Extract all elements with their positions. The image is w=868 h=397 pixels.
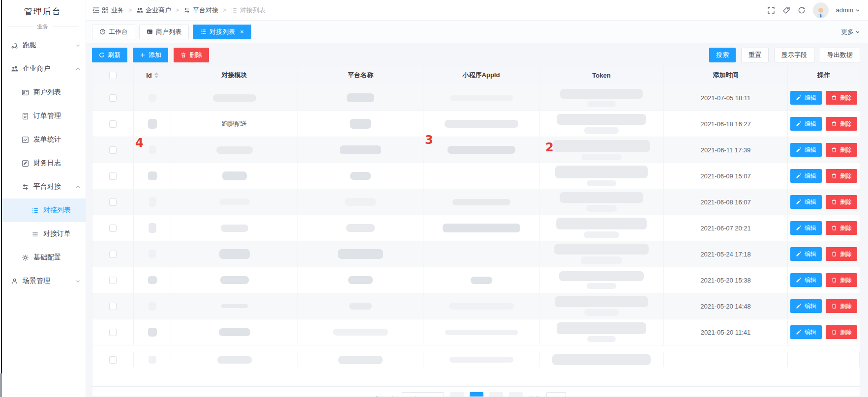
search-button[interactable]: 搜索: [709, 48, 736, 62]
sidebar-item-dispatch-stats[interactable]: 发单统计: [0, 128, 86, 151]
redacted-value: [445, 330, 518, 335]
trash-icon: [831, 199, 837, 205]
sidebar-item-merchant-list[interactable]: 商户列表: [0, 81, 86, 104]
delete-button[interactable]: 删除: [826, 325, 857, 339]
breadcrumb-item-enterprise-merchant[interactable]: 企业商户: [136, 6, 171, 15]
delete-button[interactable]: 删除: [826, 143, 857, 157]
edit-button[interactable]: 编辑: [790, 143, 822, 157]
breadcrumb-item-platform-docking[interactable]: 平台对接: [183, 6, 218, 15]
theme-tag-icon[interactable]: [782, 6, 790, 14]
edit-button[interactable]: 编辑: [790, 325, 822, 339]
redacted-value: [220, 276, 249, 284]
row-checkbox[interactable]: [109, 251, 117, 258]
next-page-button[interactable]: >: [509, 392, 523, 397]
sidebar-item-finance-log[interactable]: 财务日志: [0, 151, 86, 175]
edit-button[interactable]: 编辑: [790, 273, 822, 287]
sidebar-item-paotui[interactable]: 跑腿: [0, 33, 86, 57]
chevron-down-icon: [855, 29, 860, 34]
trash-icon: [831, 303, 837, 309]
trash-icon: [831, 225, 837, 231]
sidebar-item-docking-list[interactable]: 对接列表: [0, 198, 86, 222]
sidebar-item-enterprise-merchant[interactable]: 企业商户: [0, 57, 86, 81]
order-doc-icon: [22, 113, 29, 120]
refresh-button[interactable]: 刷新: [92, 48, 127, 62]
delete-button[interactable]: 删除: [174, 48, 209, 62]
row-checkbox[interactable]: [109, 277, 117, 284]
row-checkbox[interactable]: [109, 198, 117, 206]
edit-button[interactable]: 编辑: [790, 91, 822, 105]
sidebar-item-basic-config[interactable]: 基础配置: [0, 246, 86, 269]
row-checkbox[interactable]: [109, 356, 117, 364]
add-button[interactable]: 添加: [133, 48, 168, 62]
column-header-id[interactable]: Id: [134, 65, 171, 85]
table-toolbar: 刷新 添加 删除 搜索 重置 显示字段 导出数据: [92, 48, 860, 62]
delete-button[interactable]: 删除: [826, 91, 857, 105]
trash-icon: [831, 95, 837, 101]
edit-button[interactable]: 编辑: [790, 247, 822, 261]
chevron-down-icon: [75, 43, 81, 48]
chevron-up-icon: [75, 184, 81, 190]
redacted-value: [552, 354, 651, 365]
row-checkbox[interactable]: [109, 172, 117, 180]
delete-button[interactable]: 删除: [826, 221, 857, 235]
row-checkbox[interactable]: [109, 146, 117, 154]
more-dropdown[interactable]: 更多: [841, 28, 860, 36]
redacted-value: [557, 322, 646, 334]
row-checkbox[interactable]: [109, 94, 117, 102]
edit-button[interactable]: 编辑: [790, 117, 822, 131]
row-checkbox[interactable]: [109, 120, 117, 128]
tab-merchant-list[interactable]: 商户列表: [139, 25, 189, 39]
breadcrumb-item-business[interactable]: 业务: [102, 6, 124, 15]
table-row-partial: [92, 345, 860, 386]
delete-button[interactable]: 删除: [826, 117, 857, 131]
pencil-icon: [796, 225, 802, 231]
page-button-2[interactable]: 2: [489, 392, 503, 397]
sidebar-item-order-management[interactable]: 订单管理: [0, 104, 86, 128]
redacted-value: [556, 218, 647, 229]
edit-button[interactable]: 编辑: [790, 221, 822, 235]
tab-close-icon[interactable]: ×: [240, 28, 244, 35]
redacted-value: [149, 223, 156, 233]
redacted-value: [553, 140, 650, 152]
refresh-icon[interactable]: [798, 6, 806, 14]
delete-button[interactable]: 删除: [826, 273, 857, 287]
sort-icon[interactable]: [154, 72, 158, 78]
sidebar-item-scene-management[interactable]: 场景管理: [0, 269, 86, 293]
delete-button[interactable]: 删除: [826, 247, 857, 261]
delete-button[interactable]: 删除: [826, 169, 857, 183]
tab-workbench[interactable]: 工作台: [92, 25, 135, 39]
delete-button[interactable]: 删除: [826, 299, 857, 313]
redacted-value: [338, 249, 383, 259]
row-checkbox[interactable]: [109, 329, 117, 336]
show-fields-button[interactable]: 显示字段: [774, 48, 814, 62]
delete-button[interactable]: 删除: [826, 195, 857, 209]
tabbar: 工作台 商户列表 对接列表 × 更多: [86, 21, 868, 43]
export-data-button[interactable]: 导出数据: [820, 48, 860, 62]
row-checkbox[interactable]: [109, 225, 117, 232]
added-time: 2021-05-20 15:38: [664, 267, 788, 293]
redacted-value: [347, 93, 374, 102]
edit-button[interactable]: 编辑: [790, 299, 822, 313]
tab-docking-list[interactable]: 对接列表 ×: [193, 25, 251, 39]
goto-page-input[interactable]: 1: [546, 392, 566, 397]
page-button-1[interactable]: 1: [470, 392, 483, 397]
reset-button[interactable]: 重置: [741, 48, 769, 62]
added-time: 2021-05-24 17:18: [664, 241, 788, 267]
sidebar-item-docking-orders[interactable]: 对接订单: [0, 222, 86, 246]
user-menu[interactable]: admin: [836, 6, 860, 14]
prev-page-button[interactable]: <: [450, 392, 464, 397]
exchange-icon: [22, 183, 29, 191]
avatar[interactable]: [813, 2, 829, 18]
sidebar-item-platform-docking[interactable]: 平台对接: [0, 175, 86, 198]
dashboard-icon: [99, 28, 106, 35]
table-row: 2021-06-07 20:21 编辑 删除: [92, 215, 860, 241]
edit-button[interactable]: 编辑: [790, 169, 822, 183]
page-size-select[interactable]: 10条/页: [402, 392, 444, 397]
menu-fold-icon[interactable]: [92, 6, 100, 14]
row-checkbox[interactable]: [109, 303, 117, 310]
breadcrumb-separator: >: [223, 7, 226, 14]
select-all-checkbox[interactable]: [109, 72, 117, 79]
edit-button[interactable]: 编辑: [790, 195, 822, 209]
fullscreen-icon[interactable]: [767, 6, 775, 14]
toolbar-right: 搜索 重置 显示字段 导出数据: [704, 48, 860, 62]
